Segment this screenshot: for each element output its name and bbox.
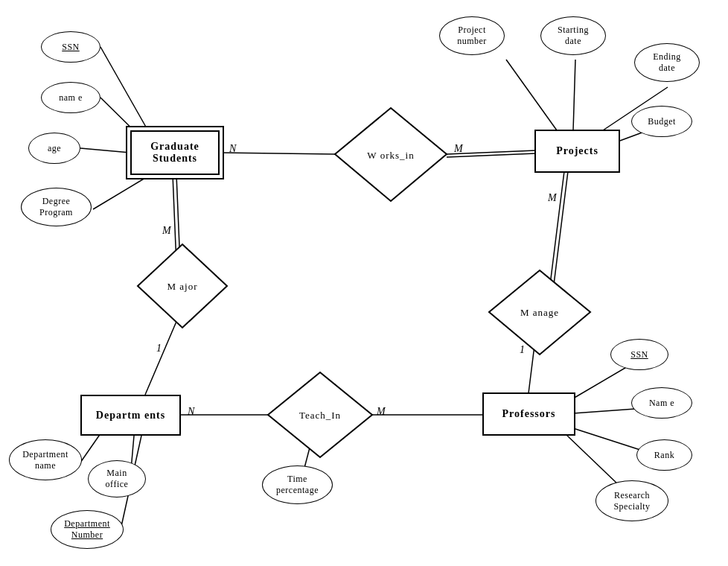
attr-rank: Rank bbox=[636, 439, 692, 471]
svg-marker-33 bbox=[268, 372, 372, 457]
attr-prof-ssn: SSN bbox=[610, 339, 668, 370]
svg-text:Teach_In: Teach_In bbox=[299, 410, 341, 421]
svg-line-16 bbox=[529, 334, 536, 393]
svg-line-3 bbox=[93, 171, 156, 209]
svg-line-15 bbox=[553, 171, 568, 290]
attr-department-name: Departmentname bbox=[9, 439, 82, 480]
attr-ssn: SSN bbox=[41, 31, 100, 63]
svg-text:W orks_in: W orks_in bbox=[367, 150, 414, 161]
svg-line-8 bbox=[573, 60, 575, 130]
svg-line-2 bbox=[80, 148, 130, 153]
svg-line-14 bbox=[549, 171, 564, 290]
attr-department-number: DepartmentNumber bbox=[51, 510, 124, 549]
attr-time-percentage: Timepercentage bbox=[262, 465, 333, 504]
er-diagram: GraduateStudents Projects Departm ents P… bbox=[0, 0, 728, 566]
svg-text:M ajor: M ajor bbox=[167, 281, 197, 292]
cardinality-m-major: M bbox=[162, 225, 172, 237]
svg-line-13 bbox=[145, 308, 182, 395]
cardinality-1-major: 1 bbox=[156, 343, 162, 354]
svg-marker-31 bbox=[489, 270, 590, 354]
cardinality-1-manage: 1 bbox=[520, 344, 526, 356]
cardinality-m-manage: M bbox=[548, 192, 558, 204]
entity-projects: Projects bbox=[534, 130, 620, 173]
cardinality-n-works: N bbox=[229, 143, 237, 155]
cardinality-n-teach: N bbox=[188, 406, 195, 418]
svg-marker-27 bbox=[335, 108, 447, 201]
attr-budget: Budget bbox=[631, 106, 692, 137]
cardinality-m-teach: M bbox=[377, 406, 386, 418]
cardinality-m-works: M bbox=[454, 143, 464, 155]
attr-degree-program: DegreeProgram bbox=[21, 188, 92, 226]
svg-text:M anage: M anage bbox=[520, 307, 559, 318]
attr-name: nam e bbox=[41, 82, 100, 113]
entity-graduate-students: GraduateStudents bbox=[130, 130, 220, 175]
attr-age: age bbox=[28, 133, 80, 164]
attr-research-specialty: ResearchSpecialty bbox=[596, 480, 668, 521]
attr-prof-name: Nam e bbox=[631, 387, 692, 419]
svg-line-7 bbox=[506, 60, 557, 130]
entity-departments: Departm ents bbox=[80, 395, 181, 436]
attr-project-number: Projectnumber bbox=[439, 16, 505, 55]
entity-professors: Professors bbox=[482, 392, 575, 436]
attr-ending-date: Endingdate bbox=[634, 43, 700, 82]
svg-line-12 bbox=[176, 175, 180, 264]
attr-starting-date: Startingdate bbox=[540, 16, 606, 55]
svg-marker-29 bbox=[138, 244, 227, 328]
attr-main-office: Mainoffice bbox=[88, 460, 146, 497]
svg-line-11 bbox=[173, 175, 176, 264]
